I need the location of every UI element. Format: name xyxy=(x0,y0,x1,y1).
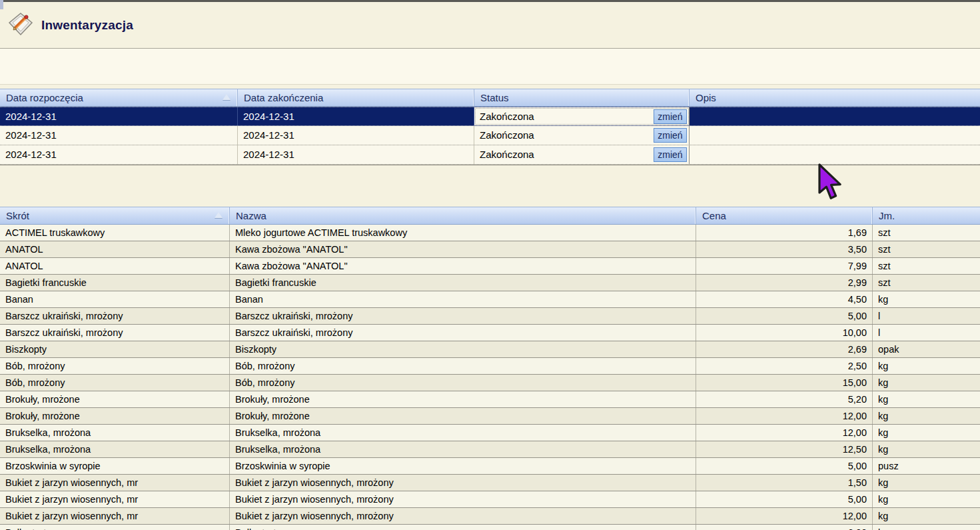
column-header-jm[interactable]: Jm. xyxy=(873,207,980,224)
page-header: Inwentaryzacja xyxy=(8,9,133,41)
toolbar-band xyxy=(0,48,980,85)
table-row[interactable]: Bukiet z jarzyn wiosennych, mrBukiet z j… xyxy=(0,508,980,525)
cell-jm: szt xyxy=(873,241,980,257)
cell-status: Zakończonazmień xyxy=(474,126,690,145)
table-row[interactable]: Brokuły, mrożoneBrokuły, mrożone5,20kg xyxy=(0,391,980,408)
sort-ascending-icon xyxy=(215,212,223,218)
cell-cena: 10,00 xyxy=(696,325,873,341)
sessions-table: Data rozpoczęcia Data zakończenia Status… xyxy=(0,89,980,165)
cell-jm: kg xyxy=(873,525,980,530)
table-row[interactable]: Brzoskwinia w syropieBrzoskwinia w syrop… xyxy=(0,458,980,475)
table-row[interactable]: 2024-12-312024-12-31Zakończonazmień xyxy=(0,126,980,145)
sessions-table-header: Data rozpoczęcia Data zakończenia Status… xyxy=(0,89,980,107)
products-table-body: ACTIMEL truskawkowyMleko jogurtowe ACTIM… xyxy=(0,225,980,530)
cell-skrot: Brukselka, mrożona xyxy=(0,425,230,441)
cell-nazwa: Banan xyxy=(230,291,696,307)
table-row[interactable]: 2024-12-312024-12-31Zakończonazmień xyxy=(0,145,980,165)
cell-cena: 1,69 xyxy=(696,225,873,241)
cell-skrot: Banan xyxy=(0,291,230,307)
column-header-label: Nazwa xyxy=(236,210,266,221)
cell-nazwa: Bób, mrożony xyxy=(230,375,696,391)
cell-description xyxy=(690,145,980,164)
cell-end-date: 2024-12-31 xyxy=(238,107,474,125)
table-row[interactable]: ANATOLKawa zbożowa "ANATOL"7,99szt xyxy=(0,258,980,275)
column-header-nazwa[interactable]: Nazwa xyxy=(230,207,696,224)
column-header-skrot[interactable]: Skrót xyxy=(0,207,230,224)
cell-jm: kg xyxy=(873,491,980,507)
top-border-line xyxy=(0,0,980,2)
column-header-data-zakonczenia[interactable]: Data zakończenia xyxy=(238,89,474,106)
cell-skrot: Bukiet z jarzyn wiosennych, mr xyxy=(0,491,230,507)
table-row[interactable]: Bób, mrożonyBób, mrożony2,50kg xyxy=(0,358,980,375)
table-row[interactable]: Bukiet z jarzyn wiosennych, mrBukiet z j… xyxy=(0,475,980,491)
cell-nazwa: Brzoskwinia w syropie xyxy=(230,458,696,474)
column-header-cena[interactable]: Cena xyxy=(696,207,873,224)
column-header-label: Jm. xyxy=(879,210,895,221)
table-row[interactable]: Bułka tartaBułka tarta6,00kg xyxy=(0,525,980,530)
cell-jm: szt xyxy=(873,225,980,241)
column-header-status[interactable]: Status xyxy=(474,89,690,106)
table-row[interactable]: Brukselka, mrożonaBrukselka, mrożona12,0… xyxy=(0,425,980,441)
cell-jm: kg xyxy=(873,358,980,374)
sessions-table-body: 2024-12-312024-12-31Zakończonazmień2024-… xyxy=(0,107,980,165)
cell-nazwa: Bukiet z jarzyn wiosennych, mrożony xyxy=(230,491,696,507)
cell-nazwa: Mleko jogurtowe ACTIMEL truskawkowy xyxy=(230,225,696,241)
table-row[interactable]: 2024-12-312024-12-31Zakończonazmień xyxy=(0,107,980,126)
cell-cena: 15,00 xyxy=(696,375,873,391)
cell-cena: 12,50 xyxy=(696,441,873,457)
table-row[interactable]: Brokuły, mrożoneBrokuły, mrożone12,00kg xyxy=(0,408,980,425)
cell-nazwa: Barszcz ukraiński, mrożony xyxy=(230,325,696,341)
cell-skrot: ANATOL xyxy=(0,258,230,274)
cell-status: Zakończonazmień xyxy=(474,145,690,164)
note-pencil-icon xyxy=(8,12,33,39)
cell-skrot: Brokuły, mrożone xyxy=(0,408,230,424)
cell-cena: 3,50 xyxy=(696,241,873,257)
table-row[interactable]: BiszkoptyBiszkopty2,69opak xyxy=(0,341,980,358)
cell-skrot: Bułka tarta xyxy=(0,525,230,530)
cell-jm: kg xyxy=(873,291,980,307)
change-status-button[interactable]: zmień xyxy=(654,109,687,124)
status-value: Zakończona xyxy=(480,145,534,164)
cell-nazwa: Kawa zbożowa "ANATOL" xyxy=(230,241,696,257)
cell-jm: kg xyxy=(873,391,980,407)
cell-jm: kg xyxy=(873,425,980,441)
table-row[interactable]: Bukiet z jarzyn wiosennych, mrBukiet z j… xyxy=(0,491,980,508)
table-row[interactable]: Bagietki francuskieBagietki francuskie2,… xyxy=(0,275,980,291)
cell-jm: opak xyxy=(873,341,980,357)
cell-skrot: Brzoskwinia w syropie xyxy=(0,458,230,474)
table-row[interactable]: Bób, mrożonyBób, mrożony15,00kg xyxy=(0,375,980,391)
table-row[interactable]: BananBanan4,50kg xyxy=(0,291,980,308)
cell-cena: 1,50 xyxy=(696,475,873,491)
cell-skrot: Brukselka, mrożona xyxy=(0,441,230,457)
cell-cena: 4,50 xyxy=(696,291,873,307)
column-header-opis[interactable]: Opis xyxy=(690,89,980,106)
cell-skrot: Brokuły, mrożone xyxy=(0,391,230,407)
cell-nazwa: Brukselka, mrożona xyxy=(230,425,696,441)
column-header-data-rozpoczecia[interactable]: Data rozpoczęcia xyxy=(0,89,238,106)
change-status-button[interactable]: zmień xyxy=(654,128,687,143)
page-title: Inwentaryzacja xyxy=(41,18,133,33)
cell-skrot: Bób, mrożony xyxy=(0,358,230,374)
cell-end-date: 2024-12-31 xyxy=(238,126,474,145)
table-row[interactable]: Brukselka, mrożonaBrukselka, mrożona12,5… xyxy=(0,441,980,458)
cell-jm: kg xyxy=(873,508,980,524)
cell-cena: 5,00 xyxy=(696,491,873,507)
cell-nazwa: Bagietki francuskie xyxy=(230,275,696,291)
table-row[interactable]: Barszcz ukraiński, mrożonyBarszcz ukraiń… xyxy=(0,308,980,325)
cell-skrot: ACTIMEL truskawkowy xyxy=(0,225,230,241)
cell-cena: 7,99 xyxy=(696,258,873,274)
table-row[interactable]: ACTIMEL truskawkowyMleko jogurtowe ACTIM… xyxy=(0,225,980,241)
cell-skrot: Bukiet z jarzyn wiosennych, mr xyxy=(0,508,230,524)
cell-nazwa: Bułka tarta xyxy=(230,525,696,530)
cell-jm: kg xyxy=(873,475,980,491)
table-row[interactable]: Barszcz ukraiński, mrożonyBarszcz ukraiń… xyxy=(0,325,980,341)
cell-cena: 6,00 xyxy=(696,525,873,530)
products-table-header: Skrót Nazwa Cena Jm. xyxy=(0,207,980,225)
change-status-button[interactable]: zmień xyxy=(654,147,687,162)
cell-nazwa: Brokuły, mrożone xyxy=(230,408,696,424)
cell-nazwa: Barszcz ukraiński, mrożony xyxy=(230,308,696,324)
column-header-label: Status xyxy=(480,92,509,103)
table-row[interactable]: ANATOLKawa zbożowa "ANATOL"3,50szt xyxy=(0,241,980,258)
cell-jm: kg xyxy=(873,441,980,457)
cell-nazwa: Bukiet z jarzyn wiosennych, mrożony xyxy=(230,508,696,524)
